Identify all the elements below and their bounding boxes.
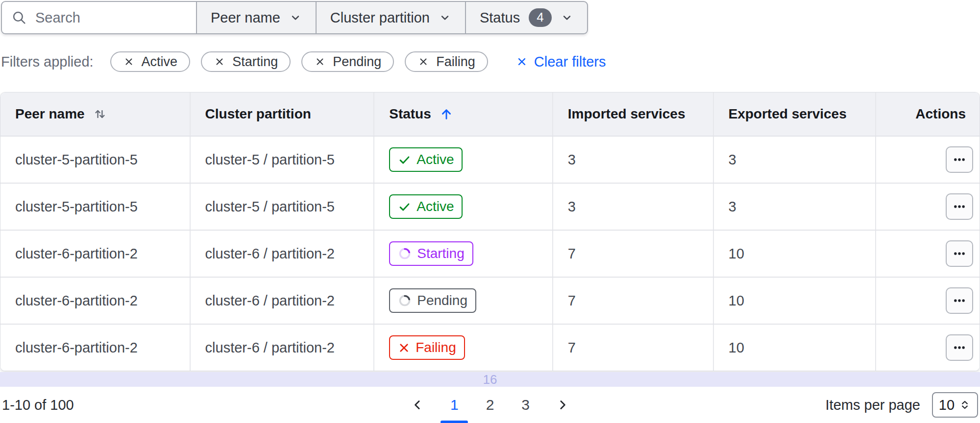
cell-status: Active: [373, 184, 552, 230]
clear-filters-button[interactable]: Clear filters: [515, 54, 606, 70]
sort-ascending-icon[interactable]: [439, 107, 454, 121]
row-actions-button[interactable]: [946, 193, 973, 220]
filters-applied-row: Filters applied: Active Starting Pending…: [1, 52, 980, 71]
clear-filters-label: Clear filters: [534, 54, 606, 70]
cluster-partition-filter-dropdown[interactable]: Cluster partition: [317, 1, 466, 34]
filter-chip-failing[interactable]: Failing: [405, 51, 488, 72]
clear-icon: [515, 55, 528, 68]
remove-filter-icon[interactable]: [123, 56, 135, 68]
cell-imported-services: 7: [552, 231, 713, 277]
filters-applied-label: Filters applied:: [1, 54, 94, 70]
check-icon: [398, 153, 411, 166]
remove-filter-icon[interactable]: [214, 56, 225, 68]
page-button-2[interactable]: 2: [484, 397, 496, 413]
cell-exported-services: 10: [713, 325, 876, 371]
filter-chip-starting[interactable]: Starting: [201, 51, 291, 72]
status-label: Active: [416, 151, 454, 168]
remove-filter-icon[interactable]: [417, 56, 429, 68]
status-label: Pending: [417, 292, 467, 309]
row-actions-button[interactable]: [946, 334, 973, 361]
pagination: 1 2 3: [410, 387, 570, 423]
sort-updown-icon[interactable]: [93, 107, 107, 121]
table-header-row: Peer name Cluster partition Status Impor…: [0, 93, 980, 136]
status-badge-pending: Pending: [389, 288, 476, 313]
status-label: Failing: [416, 339, 456, 356]
cell-imported-services: 3: [552, 184, 713, 230]
status-filter-count-badge: 4: [529, 8, 551, 26]
page-button-3[interactable]: 3: [519, 397, 532, 413]
row-actions-button[interactable]: [946, 287, 973, 314]
remove-filter-icon[interactable]: [314, 56, 326, 68]
cell-actions: [875, 184, 980, 230]
x-icon: [398, 342, 410, 354]
chevron-down-icon: [289, 11, 302, 24]
status-badge-active: Active: [389, 147, 463, 172]
ellipsis-icon: [953, 247, 966, 260]
column-header-actions: Actions: [875, 93, 980, 136]
table-row: cluster-6-partition-2 cluster-6 / partit…: [0, 277, 980, 324]
column-header-label: Cluster partition: [205, 106, 311, 122]
check-icon: [398, 200, 411, 213]
column-header-peer-name[interactable]: Peer name: [0, 93, 190, 136]
items-per-page-value: 10: [939, 397, 955, 413]
cell-cluster-partition: cluster-6 / partition-2: [190, 231, 374, 277]
peers-table: Peer name Cluster partition Status Impor…: [0, 92, 980, 371]
cell-actions: [875, 231, 980, 277]
filter-toolbar: Peer name Cluster partition Status 4: [1, 1, 588, 34]
column-header-label: Actions: [915, 106, 966, 122]
row-actions-button[interactable]: [946, 240, 973, 267]
cell-peer-name: cluster-6-partition-2: [0, 325, 190, 371]
column-header-imported-services: Imported services: [552, 93, 713, 136]
cell-imported-services: 7: [552, 278, 713, 324]
column-header-status[interactable]: Status: [373, 93, 552, 136]
overscroll-indicator: 16: [0, 372, 980, 387]
cell-actions: [875, 278, 980, 324]
search-input[interactable]: [35, 10, 187, 26]
status-label: Starting: [417, 245, 465, 262]
status-badge-failing: Failing: [389, 335, 465, 360]
chevron-down-icon: [561, 11, 573, 24]
status-filter-label: Status: [480, 10, 520, 26]
items-per-page-select[interactable]: 10: [932, 392, 978, 418]
spinner-icon: [398, 247, 412, 260]
cell-cluster-partition: cluster-5 / partition-5: [190, 137, 374, 183]
cell-actions: [875, 325, 980, 371]
filter-chip-label: Starting: [232, 54, 278, 70]
items-per-page-label: Items per page: [826, 397, 920, 413]
chevron-down-icon: [439, 11, 451, 24]
column-header-cluster-partition: Cluster partition: [190, 93, 374, 136]
status-label: Active: [416, 198, 454, 215]
table-row: cluster-6-partition-2 cluster-6 / partit…: [0, 230, 980, 277]
ellipsis-icon: [953, 153, 966, 166]
column-header-label: Peer name: [15, 106, 85, 122]
table-row: cluster-6-partition-2 cluster-6 / partit…: [0, 324, 980, 371]
peer-name-filter-label: Peer name: [211, 10, 280, 26]
previous-page-button[interactable]: [410, 398, 425, 412]
status-badge-starting: Starting: [389, 241, 473, 266]
filter-chip-pending[interactable]: Pending: [301, 51, 394, 72]
table-row: cluster-5-partition-5 cluster-5 / partit…: [0, 183, 980, 230]
search-input-wrapper[interactable]: [1, 1, 197, 34]
next-page-button[interactable]: [555, 398, 570, 412]
peer-name-filter-dropdown[interactable]: Peer name: [197, 1, 317, 34]
cell-status: Pending: [373, 278, 552, 324]
spinner-icon: [398, 294, 412, 307]
cell-imported-services: 3: [552, 137, 713, 183]
ellipsis-icon: [953, 341, 966, 354]
column-header-label: Exported services: [729, 106, 847, 122]
page-button-1[interactable]: 1: [448, 397, 461, 413]
ellipsis-icon: [953, 294, 966, 307]
column-header-exported-services: Exported services: [713, 93, 876, 136]
search-icon: [11, 9, 27, 26]
cell-peer-name: cluster-6-partition-2: [0, 278, 190, 324]
cell-peer-name: cluster-6-partition-2: [0, 231, 190, 277]
column-header-label: Status: [389, 106, 431, 122]
status-badge-active: Active: [389, 194, 463, 219]
cluster-partition-filter-label: Cluster partition: [330, 10, 430, 26]
table-row: cluster-5-partition-5 cluster-5 / partit…: [0, 136, 980, 183]
status-filter-dropdown[interactable]: Status 4: [466, 1, 588, 34]
cell-exported-services: 3: [713, 184, 876, 230]
cell-cluster-partition: cluster-6 / partition-2: [190, 278, 374, 324]
row-actions-button[interactable]: [946, 146, 973, 173]
filter-chip-active[interactable]: Active: [110, 51, 191, 72]
